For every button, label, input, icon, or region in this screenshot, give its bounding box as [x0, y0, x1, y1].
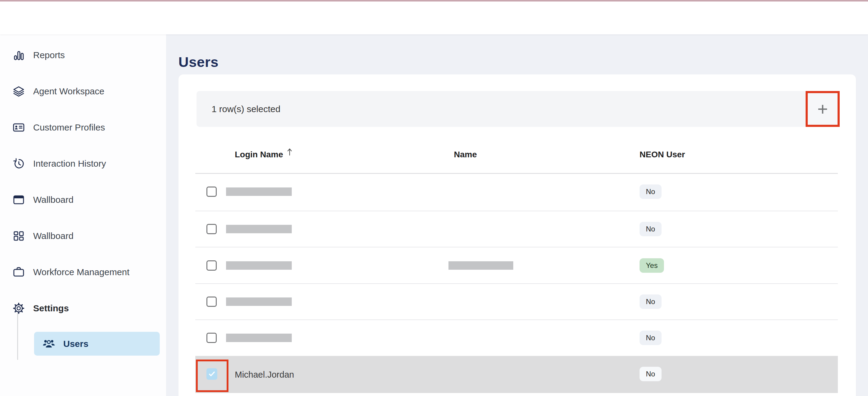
bar-chart-icon	[12, 49, 25, 62]
sidebar-item-wallboard[interactable]: Wallboard	[12, 192, 73, 207]
redacted-login-name	[226, 225, 292, 233]
table-row[interactable]: No	[195, 283, 838, 320]
sidebar-item-interaction-history[interactable]: Interaction History	[12, 156, 106, 171]
row-checkbox[interactable]	[207, 333, 217, 343]
row-checkbox[interactable]	[207, 261, 217, 271]
briefcase-icon	[12, 266, 25, 279]
id-card-icon	[12, 121, 25, 134]
column-header-name[interactable]: Name	[454, 150, 477, 159]
selection-count-text: 1 row(s) selected	[212, 104, 280, 114]
table-row-selected[interactable]: Michael.Jordan No	[195, 356, 838, 393]
history-icon	[12, 157, 25, 170]
table-row[interactable]: No	[195, 320, 838, 356]
neon-badge: No	[640, 184, 661, 199]
page-title: Users	[179, 54, 218, 70]
submenu-indent-line	[17, 313, 18, 360]
selection-toolbar: 1 row(s) selected	[196, 91, 839, 127]
redacted-login-name	[226, 187, 292, 196]
row-checkbox[interactable]	[207, 187, 217, 197]
sidebar-item-label: Wallboard	[33, 231, 73, 241]
sidebar-item-label: Interaction History	[33, 158, 106, 169]
redacted-login-name	[226, 298, 292, 306]
table-row[interactable]: Yes	[195, 247, 838, 283]
redacted-login-name	[226, 334, 292, 342]
sidebar-item-customer-profiles[interactable]: Customer Profiles	[12, 120, 105, 135]
plus-icon: +	[817, 100, 828, 118]
sidebar-item-reports[interactable]: Reports	[12, 48, 65, 62]
sidebar-item-label: Reports	[33, 50, 65, 60]
neon-badge: No	[640, 222, 661, 236]
column-header-neon-user[interactable]: NEON User	[640, 150, 685, 159]
table-row[interactable]: No	[195, 174, 838, 210]
login-name-text: Michael.Jordan	[235, 370, 294, 380]
top-bar	[0, 0, 868, 34]
sidebar-item-users[interactable]: Users	[34, 332, 160, 356]
row-checkbox-checked[interactable]	[207, 368, 217, 380]
sidebar-item-agent-workspace[interactable]: Agent Workspace	[12, 84, 104, 98]
sidebar-item-settings[interactable]: Settings	[12, 301, 69, 315]
neon-badge: No	[640, 367, 661, 381]
sidebar-item-label: Workforce Management	[33, 267, 130, 277]
add-user-button[interactable]: +	[808, 93, 838, 125]
table-row[interactable]: No	[195, 211, 838, 247]
column-header-login-name[interactable]: Login Name	[235, 150, 283, 159]
sidebar-item-workforce-management[interactable]: Workforce Management	[12, 265, 130, 279]
sidebar-item-label: Wallboard	[33, 195, 73, 205]
neon-badge: No	[640, 331, 661, 345]
row-checkbox[interactable]	[207, 297, 217, 307]
users-group-icon	[42, 337, 56, 351]
sidebar-item-label: Users	[63, 339, 88, 349]
row-checkbox[interactable]	[207, 224, 217, 234]
dashboard-icon	[12, 229, 25, 243]
top-accent-stripe	[0, 0, 868, 1]
redacted-name	[448, 261, 513, 270]
browser-window-icon	[12, 193, 25, 207]
neon-badge: No	[640, 295, 661, 309]
sort-ascending-icon	[287, 148, 292, 156]
sidebar-item-label: Agent Workspace	[33, 86, 104, 96]
layers-icon	[12, 85, 25, 98]
check-icon	[208, 370, 216, 378]
sidebar-item-label: Settings	[33, 303, 69, 313]
redacted-login-name	[226, 261, 292, 270]
sidebar-item-label: Customer Profiles	[33, 122, 105, 132]
gear-icon	[12, 302, 25, 315]
neon-badge: Yes	[640, 258, 664, 273]
sidebar-item-wallboard-2[interactable]: Wallboard	[12, 229, 73, 243]
